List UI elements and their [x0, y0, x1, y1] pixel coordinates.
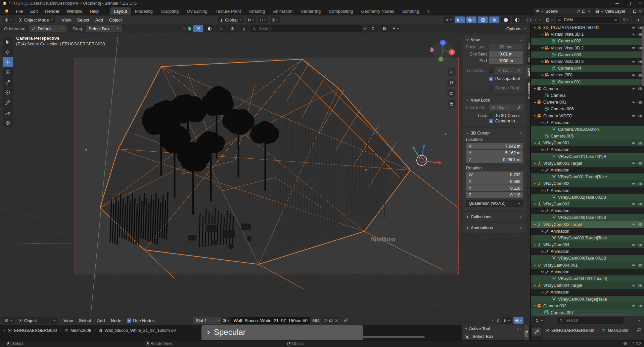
remove-viewlayer-icon[interactable] [638, 9, 642, 13]
cursor-rotation-z[interactable]: Z0.118 [466, 192, 523, 198]
blenderkit-asset-type-brush-button[interactable] [239, 25, 249, 32]
expand-icon[interactable] [541, 148, 544, 152]
blenderkit-asset-type-scene-button[interactable] [216, 25, 226, 32]
render-visibility-toggle[interactable] [638, 33, 642, 36]
hide-eye-toggle[interactable] [632, 114, 635, 118]
workspace-tab-uv-editing[interactable]: UV Editing [183, 7, 211, 15]
tab-tool[interactable]: Tool [524, 325, 529, 340]
new-scene-icon[interactable] [582, 9, 586, 13]
menu-window[interactable]: Window [63, 8, 86, 15]
expand-icon[interactable] [541, 270, 544, 274]
pan-hand-button[interactable] [447, 79, 456, 87]
panel-view-header[interactable]: View [463, 36, 526, 43]
eyedropper-icon[interactable] [517, 106, 521, 109]
outliner-row[interactable]: VRayCam002|Take 001|B [531, 194, 644, 201]
transform-orientation-dropdown[interactable]: Global [218, 16, 244, 23]
render-visibility-toggle[interactable] [638, 101, 642, 104]
expand-icon[interactable] [533, 114, 537, 118]
drag-grip-icon[interactable] [518, 38, 523, 41]
hide-eye-toggle[interactable] [632, 161, 635, 165]
expand-icon[interactable] [533, 223, 537, 226]
hide-eye-toggle[interactable] [632, 284, 635, 287]
expand-icon[interactable] [541, 73, 544, 77]
hide-eye-toggle[interactable] [632, 73, 635, 77]
outliner-row[interactable]: Camera.003 [531, 51, 644, 58]
render-region-checkbox[interactable] [489, 86, 493, 90]
orientation-setting-dropdown[interactable]: Default [29, 25, 66, 32]
workspace-tab-modeling[interactable]: Modeling [131, 7, 157, 15]
material-browse-button[interactable] [221, 317, 231, 324]
outliner-row[interactable]: Camera.005 [531, 133, 644, 140]
chevron-down-icon[interactable] [183, 27, 186, 30]
outliner-scrollbar-vertical[interactable] [642, 26, 644, 86]
tool-move-button[interactable] [3, 57, 13, 67]
drag-setting-dropdown[interactable]: Select Box [86, 25, 122, 32]
properties-search-input[interactable] [565, 318, 606, 323]
hide-eye-toggle[interactable] [632, 101, 635, 104]
maximize-icon[interactable] [627, 1, 631, 5]
tab-tool-properties[interactable] [532, 327, 541, 336]
cursor-rotation-x[interactable]: X0.692 [466, 178, 523, 185]
outliner-row[interactable]: Animation [531, 289, 644, 296]
expand-icon[interactable] [533, 182, 537, 186]
local-camera-field[interactable]: Ca... [495, 67, 523, 74]
shader-menu-view[interactable]: View [60, 317, 76, 324]
blender-menu-icon[interactable] [3, 8, 9, 14]
properties-search-box[interactable] [557, 317, 624, 324]
outliner-row[interactable]: Camera.VIDEO [531, 112, 644, 119]
outliner-row[interactable]: VRayCam004.001 [531, 262, 644, 269]
rotation-mode-dropdown[interactable]: Quaternion (WXYZ) [466, 200, 523, 207]
blenderkit-asset-type-hdr-button[interactable] [227, 25, 237, 32]
tool-transform-button[interactable] [3, 87, 13, 97]
hide-eye-toggle[interactable] [632, 33, 635, 36]
close-icon[interactable]: × [638, 1, 642, 5]
snap-toggle[interactable] [246, 16, 256, 23]
lock-view-button[interactable] [447, 100, 456, 108]
outliner-row[interactable]: VRayCam004.Target|Take [531, 296, 644, 303]
outliner-row[interactable]: Animation [531, 167, 644, 174]
render-visibility-toggle[interactable] [638, 60, 642, 64]
expand-icon[interactable] [541, 121, 544, 124]
expand-icon[interactable] [533, 284, 537, 287]
expand-icon[interactable] [533, 26, 537, 30]
chevron-down-icon[interactable] [638, 319, 641, 322]
render-visibility-toggle[interactable] [638, 46, 642, 50]
unlink-scene-icon[interactable] [587, 9, 591, 13]
outliner-row[interactable]: Camera.VIDEOAction [531, 126, 644, 133]
outliner-row[interactable]: VRayCam003|Take 001|B [531, 214, 644, 221]
outliner-row[interactable]: VRayCam001.Target [531, 160, 644, 167]
blenderkit-logo-icon[interactable] [187, 26, 192, 31]
outliner-filter-image-dropdown[interactable] [544, 16, 554, 23]
viewport-menu-view[interactable]: View [59, 16, 74, 24]
hide-eye-toggle[interactable] [632, 304, 635, 308]
material-users-count[interactable]: 864 [310, 317, 322, 324]
workspace-tab-compositing[interactable]: Compositing [325, 7, 357, 15]
workspace-tab-scripting[interactable]: Scripting [398, 7, 423, 15]
outliner-row[interactable]: Camera.006 [531, 106, 644, 112]
clip-start-field[interactable]: 0.01 m [489, 51, 523, 57]
passepartout-checkbox[interactable] [489, 77, 493, 81]
shading-solid-button[interactable] [501, 16, 511, 23]
expand-icon[interactable] [533, 304, 537, 308]
active-tool-panel-header[interactable]: Active Tool [462, 325, 524, 333]
specular-node[interactable]: Specular [201, 325, 363, 340]
pin-icon[interactable] [637, 327, 641, 332]
outliner-row[interactable]: Vistas: Vista 3D 3 [531, 58, 644, 65]
blenderkit-bookmarks-button[interactable] [368, 25, 378, 32]
cursor-location-z[interactable]: Z-0.2801 m [466, 156, 523, 163]
camera-to-view-checkbox[interactable] [489, 119, 493, 123]
expand-icon[interactable] [541, 209, 544, 213]
outliner-row[interactable]: Animation [531, 146, 644, 153]
outliner-row[interactable]: Animation [531, 248, 644, 255]
outliner-search-input[interactable] [563, 17, 588, 23]
outliner-row[interactable]: VRayCam003 [531, 201, 644, 207]
shader-menu-select[interactable]: Select [76, 317, 94, 324]
hide-eye-toggle[interactable] [632, 46, 635, 50]
outliner-row[interactable]: Camera [531, 85, 644, 92]
hide-eye-toggle[interactable] [632, 182, 635, 186]
outliner-row[interactable]: Camera.001 [531, 99, 644, 106]
workspace-tab-animation[interactable]: Animation [269, 7, 296, 15]
workspace-tab-rendering[interactable]: Rendering [296, 7, 325, 15]
hide-eye-toggle[interactable] [632, 243, 635, 247]
render-visibility-toggle[interactable] [638, 182, 642, 186]
